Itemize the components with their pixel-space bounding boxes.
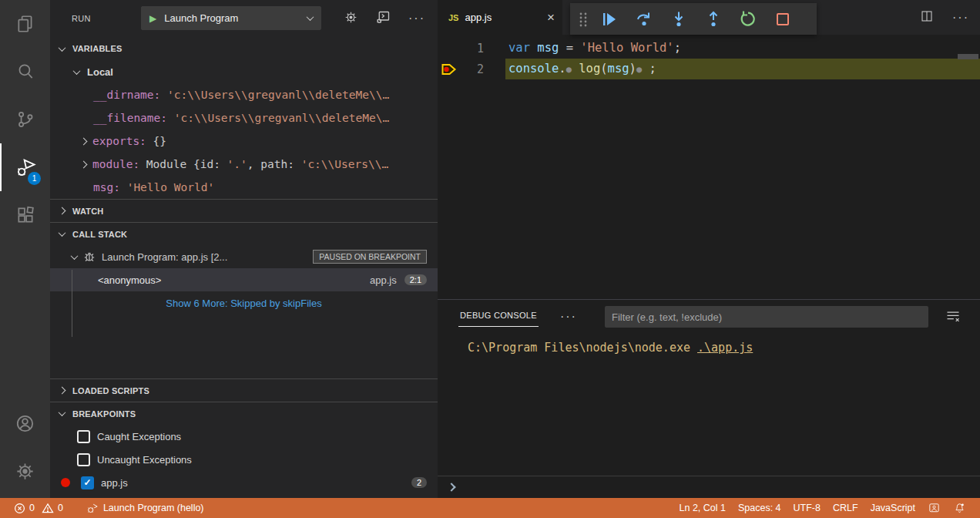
clear-console-button[interactable] bbox=[945, 309, 961, 327]
feedback-button[interactable] bbox=[921, 498, 947, 518]
checkbox-checked[interactable]: ✓ bbox=[81, 476, 94, 489]
stop-button[interactable] bbox=[769, 6, 797, 32]
eol-sequence[interactable]: CRLF bbox=[827, 498, 864, 518]
feedback-icon bbox=[928, 502, 941, 515]
activity-bar: 1 bbox=[0, 0, 50, 498]
launch-config-dropdown[interactable]: ▶ Launch Program bbox=[141, 6, 321, 30]
indent-guide bbox=[72, 270, 72, 337]
chevron-down-icon bbox=[59, 409, 66, 416]
scrollbar-slider[interactable] bbox=[958, 54, 978, 59]
chevron-right-icon bbox=[59, 207, 66, 215]
drag-handle-icon[interactable] bbox=[578, 11, 589, 28]
extensions-icon bbox=[15, 205, 35, 225]
gutter-glyph[interactable] bbox=[438, 63, 462, 76]
cursor-position[interactable]: Ln 2, Col 1 bbox=[673, 498, 732, 518]
breakpoint-uncaught-exceptions[interactable]: Uncaught Exceptions bbox=[50, 448, 438, 471]
console-input-row[interactable] bbox=[438, 476, 980, 498]
checkbox-unchecked[interactable] bbox=[77, 453, 90, 466]
activity-explorer[interactable] bbox=[0, 0, 50, 48]
activity-search[interactable] bbox=[0, 48, 50, 96]
scope-local[interactable]: Local bbox=[50, 60, 438, 83]
section-breakpoints[interactable]: BREAKPOINTS bbox=[50, 402, 438, 425]
warning-count: 0 bbox=[58, 503, 63, 513]
current-breakpoint-icon bbox=[441, 63, 457, 76]
activity-account[interactable] bbox=[0, 399, 50, 447]
activity-manage[interactable] bbox=[0, 447, 50, 495]
variable-exports[interactable]: exports: {} bbox=[50, 130, 438, 153]
more-actions-button[interactable]: ··· bbox=[408, 15, 425, 22]
editor-group: JS app.js × ··· bbox=[438, 0, 980, 498]
search-icon bbox=[15, 62, 35, 82]
language-label: JavaScript bbox=[871, 503, 915, 513]
more-actions-button[interactable]: ··· bbox=[560, 310, 577, 324]
open-debug-console-button[interactable] bbox=[375, 9, 391, 28]
source-control-icon bbox=[15, 109, 35, 130]
section-call-stack[interactable]: CALL STACK bbox=[50, 222, 438, 245]
restart-button[interactable] bbox=[734, 6, 762, 32]
debug-console-icon bbox=[375, 9, 391, 25]
chevron-down-icon bbox=[59, 229, 66, 237]
debug-target-indicator[interactable]: Launch Program (hello) bbox=[80, 498, 210, 518]
gear-icon bbox=[344, 10, 358, 25]
sidebar-spacer bbox=[50, 314, 438, 378]
gear-icon bbox=[15, 461, 35, 482]
variable-module[interactable]: module: Module {id: '.', path: 'c:\\User… bbox=[50, 153, 438, 176]
callstack-session-row[interactable]: Launch Program: app.js [2... PAUSED ON B… bbox=[50, 245, 438, 268]
chevron-down-icon bbox=[307, 13, 314, 21]
code-text: var msg = 'Hello World'; bbox=[505, 38, 980, 59]
close-icon[interactable]: × bbox=[547, 10, 555, 25]
scope-label: Local bbox=[87, 66, 113, 78]
chevron-down-icon bbox=[71, 252, 79, 260]
chevron-right-icon bbox=[80, 137, 88, 145]
section-loaded-scripts[interactable]: LOADED SCRIPTS bbox=[50, 378, 438, 402]
code-line-1[interactable]: 1 var msg = 'Hello World'; bbox=[438, 38, 980, 59]
stop-icon bbox=[774, 10, 792, 29]
debug-target-label: Launch Program (hello) bbox=[103, 503, 204, 513]
tab-appjs[interactable]: JS app.js × bbox=[438, 0, 562, 35]
console-filter-input[interactable] bbox=[605, 306, 928, 328]
show-more-link[interactable]: Show 6 More: Skipped by skipFiles bbox=[50, 291, 438, 314]
code-editor[interactable]: 1 var msg = 'Hello World'; 2 console.● l… bbox=[438, 35, 980, 300]
continue-button[interactable] bbox=[596, 6, 623, 32]
step-into-button[interactable] bbox=[665, 6, 693, 32]
section-label: BREAKPOINTS bbox=[72, 409, 136, 419]
start-debug-icon[interactable]: ▶ bbox=[149, 13, 156, 24]
settings-gear-button[interactable] bbox=[344, 10, 358, 27]
step-over-icon bbox=[635, 10, 653, 29]
step-out-button[interactable] bbox=[700, 6, 727, 32]
console-output-line[interactable]: C:\Program Files\nodejs\node.exe .\app.j… bbox=[468, 341, 980, 355]
section-label: LOADED SCRIPTS bbox=[72, 386, 149, 395]
indentation-label: Spaces: 4 bbox=[738, 503, 781, 513]
breakpoint-appjs[interactable]: ✓ app.js 2 bbox=[50, 471, 438, 494]
tab-debug-console[interactable]: DEBUG CONSOLE bbox=[458, 306, 539, 327]
step-over-button[interactable] bbox=[630, 6, 658, 32]
session-label: Launch Program: app.js [2... bbox=[102, 251, 227, 263]
variable-dirname[interactable]: __dirname: 'c:\\Users\\gregvanl\\deleteM… bbox=[50, 83, 438, 106]
problems-indicator[interactable]: 0 0 bbox=[8, 498, 69, 518]
breakpoint-label: app.js bbox=[101, 477, 128, 489]
debug-count-badge: 1 bbox=[28, 172, 41, 185]
code-line-2[interactable]: 2 console.● log(msg)● ; bbox=[438, 59, 980, 79]
encoding[interactable]: UTF-8 bbox=[787, 498, 827, 518]
checkbox-unchecked[interactable] bbox=[77, 430, 90, 443]
vscode-window: 1 bbox=[0, 0, 980, 518]
activity-extensions[interactable] bbox=[0, 191, 50, 239]
notifications-button[interactable] bbox=[947, 498, 972, 518]
more-actions-button[interactable]: ··· bbox=[952, 14, 969, 22]
section-variables[interactable]: VARIABLES bbox=[50, 37, 438, 60]
sidebar-actions: ··· bbox=[344, 9, 425, 28]
language-mode[interactable]: JavaScript bbox=[864, 498, 921, 518]
activity-source-control[interactable] bbox=[0, 96, 50, 143]
indentation[interactable]: Spaces: 4 bbox=[732, 498, 787, 518]
breakpoint-caught-exceptions[interactable]: Caught Exceptions bbox=[50, 425, 438, 448]
variable-text: __filename: 'c:\\Users\\gregvanl\\delete… bbox=[93, 112, 389, 124]
split-editor-button[interactable] bbox=[920, 9, 934, 25]
debug-console-panel: DEBUG CONSOLE ··· C:\Program Files\nodej… bbox=[438, 300, 980, 498]
section-watch[interactable]: WATCH bbox=[50, 199, 438, 222]
activity-run-and-debug[interactable]: 1 bbox=[0, 143, 50, 191]
editor-actions: ··· bbox=[920, 0, 969, 35]
variable-filename[interactable]: __filename: 'c:\\Users\\gregvanl\\delete… bbox=[50, 106, 438, 130]
callstack-frame-row[interactable]: <anonymous> app.js 2:1 bbox=[50, 268, 438, 291]
variable-msg[interactable]: msg: 'Hello World' bbox=[50, 176, 438, 199]
status-bar-right: Ln 2, Col 1 Spaces: 4 UTF-8 CRLF JavaScr… bbox=[673, 498, 973, 518]
